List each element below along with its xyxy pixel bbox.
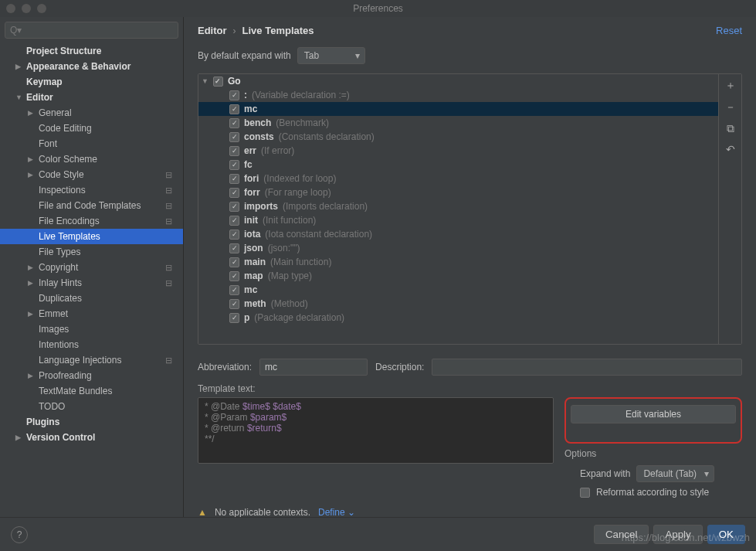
sidebar-item-file-encodings[interactable]: File Encodings⊟	[0, 213, 183, 229]
template-item-init[interactable]: ✓ init (Init function)	[198, 213, 718, 227]
min-dot[interactable]	[22, 4, 31, 13]
dialog-footer: ? Cancel Apply OK	[0, 517, 756, 551]
template-item-mc[interactable]: ✓ mc	[198, 283, 718, 297]
remove-icon[interactable]: －	[725, 100, 736, 114]
template-item-consts[interactable]: ✓ consts (Constants declaration)	[198, 130, 718, 144]
template-group-go[interactable]: ▼ ✓ Go	[198, 74, 718, 88]
sidebar-item-proofreading[interactable]: ▶Proofreading	[0, 368, 183, 383]
templates-toolbar: ＋ － ⧉ ↶	[718, 74, 741, 344]
template-item-mc[interactable]: ✓ mc	[198, 102, 718, 116]
template-item-p[interactable]: ✓ p (Package declaration)	[198, 311, 718, 325]
template-item-imports[interactable]: ✓ imports (Imports declaration)	[198, 199, 718, 213]
sidebar-item-images[interactable]: Images	[0, 321, 183, 337]
reformat-checkbox[interactable]	[580, 488, 590, 498]
sidebar-item-live-templates[interactable]: Live Templates	[0, 229, 183, 244]
sidebar: Project Structure▶Appearance & BehaviorK…	[0, 17, 184, 518]
sidebar-item-color-scheme[interactable]: ▶Color Scheme	[0, 151, 183, 167]
sidebar-item-inspections[interactable]: Inspections⊟	[0, 182, 183, 198]
warning-icon: ▲	[198, 507, 207, 518]
template-item-map[interactable]: ✓ map (Map type)	[198, 269, 718, 283]
reset-link[interactable]: Reset	[716, 25, 742, 36]
cancel-button[interactable]: Cancel	[594, 525, 649, 544]
template-item-main[interactable]: ✓ main (Main function)	[198, 255, 718, 269]
sidebar-item-inlay-hints[interactable]: ▶Inlay Hints⊟	[0, 275, 183, 291]
close-dot[interactable]	[6, 4, 15, 13]
expand-select[interactable]: Tab	[297, 47, 365, 64]
define-link[interactable]: Define ⌄	[318, 507, 355, 518]
template-item-iota[interactable]: ✓ iota (Iota constant declaration)	[198, 227, 718, 241]
add-icon[interactable]: ＋	[725, 79, 736, 93]
sidebar-item-file-and-code-templates[interactable]: File and Code Templates⊟	[0, 198, 183, 213]
undo-icon[interactable]: ↶	[726, 143, 735, 155]
sidebar-item-file-types[interactable]: File Types	[0, 244, 183, 260]
window-title: Preferences	[353, 3, 403, 14]
sidebar-item-keymap[interactable]: Keymap	[0, 74, 183, 90]
expand-with-label: Expand with	[580, 468, 630, 479]
breadcrumb-leaf: Live Templates	[242, 25, 314, 36]
traffic-lights	[6, 4, 46, 13]
apply-button[interactable]: Apply	[653, 525, 702, 544]
sidebar-item-project-structure[interactable]: Project Structure	[0, 43, 183, 59]
sidebar-item-todo[interactable]: TODO	[0, 399, 183, 414]
template-item--[interactable]: ✓ : (Variable declaration :=)	[198, 88, 718, 102]
reformat-label: Reformat according to style	[596, 487, 709, 498]
templates-area: ▼ ✓ Go✓ : (Variable declaration :=)✓ mc …	[198, 73, 742, 345]
desc-input[interactable]	[432, 359, 742, 376]
sidebar-item-appearance-behavior[interactable]: ▶Appearance & Behavior	[0, 59, 183, 74]
edit-variables-button[interactable]: Edit variables	[571, 405, 736, 423]
template-item-fori[interactable]: ✓ fori (Indexed for loop)	[198, 172, 718, 185]
abbrev-input[interactable]	[259, 359, 368, 376]
sidebar-item-textmate-bundles[interactable]: TextMate Bundles	[0, 383, 183, 399]
template-editor[interactable]: * @Date $time$ $date$ * @Param $param$ *…	[198, 397, 554, 464]
copy-icon[interactable]: ⧉	[727, 122, 734, 135]
template-item-forr[interactable]: ✓ forr (For range loop)	[198, 185, 718, 199]
sidebar-item-plugins[interactable]: Plugins	[0, 414, 183, 430]
breadcrumb-root[interactable]: Editor	[198, 25, 227, 36]
templates-list[interactable]: ▼ ✓ Go✓ : (Variable declaration :=)✓ mc …	[198, 74, 718, 344]
main-panel: Editor › Live Templates Reset By default…	[184, 17, 756, 518]
no-context-text: No applicable contexts.	[215, 507, 310, 518]
template-item-bench[interactable]: ✓ bench (Benchmark)	[198, 116, 718, 130]
sidebar-item-code-style[interactable]: ▶Code Style⊟	[0, 167, 183, 182]
template-text-label: Template text:	[198, 383, 742, 394]
sidebar-item-font[interactable]: Font	[0, 136, 183, 151]
sidebar-item-editor[interactable]: ▼Editor	[0, 90, 183, 105]
help-button[interactable]: ?	[11, 526, 28, 543]
settings-tree: Project Structure▶Appearance & BehaviorK…	[0, 43, 183, 518]
ok-button[interactable]: OK	[707, 525, 745, 544]
template-item-json[interactable]: ✓ json (json:"")	[198, 241, 718, 255]
sidebar-item-code-editing[interactable]: Code Editing	[0, 121, 183, 136]
sidebar-item-language-injections[interactable]: Language Injections⊟	[0, 352, 183, 368]
sidebar-item-general[interactable]: ▶General	[0, 105, 183, 121]
sidebar-item-intentions[interactable]: Intentions	[0, 337, 183, 352]
sidebar-item-copyright[interactable]: ▶Copyright⊟	[0, 260, 183, 275]
options-title: Options	[564, 448, 742, 459]
search-input[interactable]	[5, 22, 178, 39]
expand-with-select[interactable]: Default (Tab)	[636, 465, 714, 482]
template-item-err[interactable]: ✓ err (If error)	[198, 144, 718, 158]
template-item-fc[interactable]: ✓ fc	[198, 158, 718, 172]
titlebar: Preferences	[0, 0, 756, 17]
max-dot[interactable]	[37, 4, 46, 13]
sidebar-item-duplicates[interactable]: Duplicates	[0, 291, 183, 306]
sidebar-item-version-control[interactable]: ▶Version Control	[0, 430, 183, 445]
desc-label: Description:	[375, 362, 424, 372]
chevron-right-icon: ›	[233, 26, 236, 36]
sidebar-item-emmet[interactable]: ▶Emmet	[0, 306, 183, 321]
abbrev-label: Abbreviation:	[198, 362, 252, 372]
expand-label: By default expand with	[198, 50, 291, 61]
template-item-meth[interactable]: ✓ meth (Method)	[198, 297, 718, 311]
edit-variables-highlight: Edit variables	[564, 397, 742, 444]
